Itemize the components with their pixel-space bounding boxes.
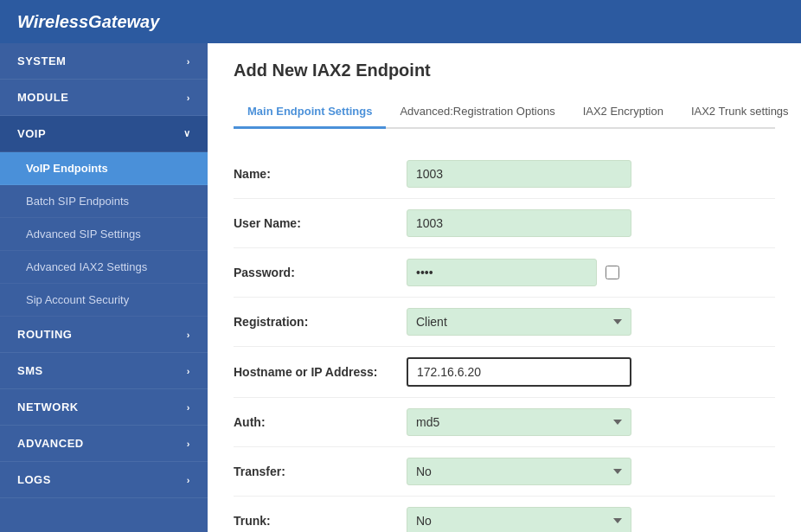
- sidebar-item-label: LOGS: [17, 473, 51, 486]
- sidebar-sub-item-batch-sip[interactable]: Batch SIP Endpoints: [0, 185, 208, 218]
- password-label: Password:: [234, 266, 407, 279]
- main-content: Add New IAX2 Endpoint Main Endpoint Sett…: [208, 43, 801, 532]
- sidebar-sub-item-label: Advanced IAX2 Settings: [26, 260, 147, 273]
- username-label: User Name:: [234, 216, 407, 230]
- name-input[interactable]: [407, 160, 631, 188]
- auth-select[interactable]: md5 plaintext rsa: [407, 408, 631, 436]
- name-label: Name:: [234, 167, 407, 181]
- sidebar-item-module[interactable]: MODULE ›: [0, 80, 208, 116]
- hostname-label: Hostname or IP Address:: [234, 365, 407, 379]
- chevron-right-icon: ›: [187, 402, 190, 413]
- tab-iax2-trunk[interactable]: IAX2 Trunk settings: [677, 96, 801, 129]
- sidebar-sub-item-label: Batch SIP Endpoints: [26, 195, 129, 208]
- sidebar-item-routing[interactable]: ROUTING ›: [0, 317, 208, 353]
- sidebar-item-network[interactable]: NETWORK ›: [0, 389, 208, 426]
- tab-bar: Main Endpoint Settings Advanced:Registra…: [234, 96, 775, 129]
- sidebar: SYSTEM › MODULE › VOIP ∨ VoIP Endpoints …: [0, 43, 208, 532]
- form-row-password: Password:: [234, 248, 775, 298]
- trunk-select[interactable]: No Yes: [407, 507, 631, 532]
- auth-label: Auth:: [234, 415, 407, 429]
- tab-label: Advanced:Registration Options: [400, 105, 554, 118]
- sidebar-item-system[interactable]: SYSTEM ›: [0, 43, 208, 80]
- trunk-label: Trunk:: [234, 514, 407, 528]
- name-control: [407, 160, 631, 188]
- chevron-right-icon: ›: [187, 56, 190, 67]
- sidebar-item-sms[interactable]: SMS ›: [0, 353, 208, 389]
- sidebar-sub-item-advanced-iax2[interactable]: Advanced IAX2 Settings: [0, 251, 208, 284]
- password-show-checkbox[interactable]: [606, 266, 619, 279]
- tab-label: IAX2 Encryption: [583, 105, 663, 118]
- sidebar-item-label: ROUTING: [17, 328, 72, 341]
- chevron-right-icon: ›: [187, 330, 190, 340]
- chevron-right-icon: ›: [187, 475, 190, 485]
- sidebar-item-logs[interactable]: LOGS ›: [0, 462, 208, 498]
- sidebar-item-label: NETWORK: [17, 401, 79, 413]
- chevron-right-icon: ›: [187, 93, 190, 103]
- tab-main-endpoint[interactable]: Main Endpoint Settings: [234, 96, 386, 129]
- form-row-hostname: Hostname or IP Address:: [234, 347, 775, 398]
- tab-iax2-encryption[interactable]: IAX2 Encryption: [569, 96, 677, 129]
- form-row-name: Name:: [234, 150, 775, 199]
- password-control: [407, 259, 631, 286]
- sidebar-item-advanced[interactable]: ADVANCED ›: [0, 426, 208, 462]
- password-input[interactable]: [407, 259, 597, 286]
- sidebar-item-label: SYSTEM: [17, 54, 66, 67]
- body-layout: SYSTEM › MODULE › VOIP ∨ VoIP Endpoints …: [0, 43, 801, 532]
- sidebar-sub-item-voip-endpoints[interactable]: VoIP Endpoints: [0, 152, 208, 185]
- sidebar-sub-item-label: Sip Account Security: [26, 293, 129, 306]
- sidebar-sub-item-label: Advanced SIP Settings: [26, 228, 141, 240]
- chevron-right-icon: ›: [187, 439, 190, 449]
- sidebar-sub-item-label: VoIP Endpoints: [26, 162, 108, 175]
- tab-advanced-registration[interactable]: Advanced:Registration Options: [386, 96, 568, 129]
- auth-control: md5 plaintext rsa: [407, 408, 631, 436]
- endpoint-form: Name: User Name: Password:: [234, 150, 775, 532]
- form-row-registration: Registration: Client Server None: [234, 298, 775, 347]
- username-input[interactable]: [407, 209, 631, 237]
- sidebar-item-voip[interactable]: VOIP ∨: [0, 116, 208, 152]
- registration-control: Client Server None: [407, 308, 631, 336]
- transfer-control: No Yes Mediaonly: [407, 458, 631, 485]
- form-row-auth: Auth: md5 plaintext rsa: [234, 398, 775, 447]
- sidebar-sub-item-advanced-sip[interactable]: Advanced SIP Settings: [0, 218, 208, 251]
- tab-label: Main Endpoint Settings: [247, 105, 372, 118]
- form-row-trunk: Trunk: No Yes: [234, 497, 775, 532]
- form-row-username: User Name:: [234, 199, 775, 248]
- app-title: WirelessGateway: [17, 12, 159, 32]
- password-row-controls: [407, 259, 631, 286]
- transfer-label: Transfer:: [234, 465, 407, 478]
- sidebar-sub-item-sip-security[interactable]: Sip Account Security: [0, 284, 208, 317]
- username-control: [407, 209, 631, 237]
- sidebar-item-label: MODULE: [17, 91, 68, 104]
- hostname-control: [407, 357, 631, 387]
- chevron-right-icon: ›: [187, 366, 190, 376]
- sidebar-item-label: VOIP: [17, 127, 46, 140]
- chevron-down-icon: ∨: [183, 128, 191, 139]
- transfer-select[interactable]: No Yes Mediaonly: [407, 458, 631, 485]
- registration-select[interactable]: Client Server None: [407, 308, 631, 336]
- trunk-control: No Yes: [407, 507, 631, 532]
- form-row-transfer: Transfer: No Yes Mediaonly: [234, 447, 775, 497]
- registration-label: Registration:: [234, 315, 407, 329]
- app-header: WirelessGateway: [0, 0, 801, 43]
- sidebar-item-label: SMS: [17, 364, 43, 377]
- hostname-input[interactable]: [407, 357, 631, 387]
- tab-label: IAX2 Trunk settings: [691, 105, 789, 118]
- page-title: Add New IAX2 Endpoint: [234, 61, 775, 80]
- sidebar-item-label: ADVANCED: [17, 437, 84, 450]
